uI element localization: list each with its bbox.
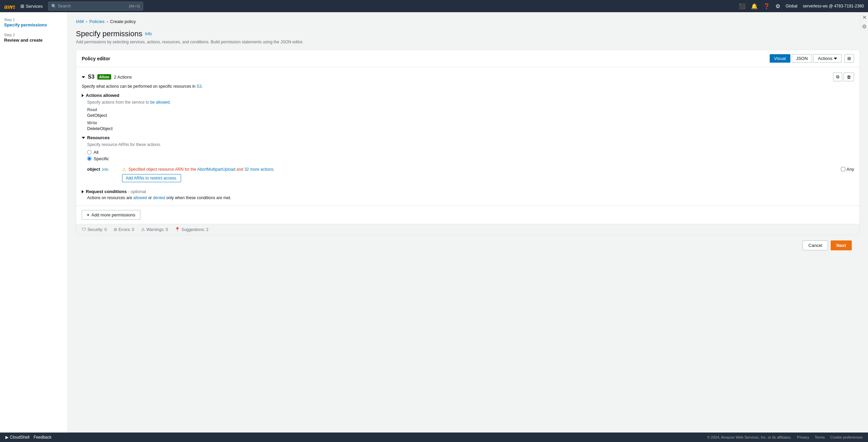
edge-icon-top[interactable]: ✕ [862, 14, 867, 21]
warnings-icon: ⚠ [141, 227, 145, 232]
editor-expand-button[interactable]: ⊞ [844, 54, 854, 63]
be-allowed-link[interactable]: be allowed [150, 100, 170, 105]
suggestions-status: 📍 Suggestions: 2 [175, 227, 208, 232]
bottom-right: © 2024, Amazon Web Services, Inc. or its… [707, 435, 863, 439]
json-button[interactable]: JSON [792, 54, 812, 63]
resources-section: Resources Specify resource ARNs for thes… [82, 135, 854, 185]
bottom-bar: ▶ CloudShell Feedback © 2024, Amazon Web… [0, 433, 868, 442]
denied-link[interactable]: denied [153, 195, 165, 200]
radio-all-input[interactable] [87, 150, 92, 154]
s3-header: S3 Allow 2 Actions ⧉ 🗑 [82, 72, 854, 81]
s3-actions-count: 2 Actions [114, 75, 132, 80]
terminal-icon[interactable]: ⬛ [739, 3, 746, 9]
s3-collapse-button[interactable] [82, 74, 85, 80]
actions-allowed-header[interactable]: Actions allowed [82, 93, 854, 98]
actions-chevron [834, 58, 837, 60]
write-label: Write [87, 121, 854, 125]
actions-allowed-title: Actions allowed [86, 93, 119, 98]
delete-object-item: DeleteObject [87, 126, 854, 131]
region-selector[interactable]: Global [786, 4, 797, 8]
step-2-label: Step 2 [4, 33, 63, 37]
radio-specific-input[interactable] [87, 156, 92, 161]
abort-multipart-link[interactable]: AbortMultipartUpload [197, 167, 235, 172]
svg-text:aws: aws [4, 3, 15, 9]
services-button[interactable]: ⊞ Services [18, 2, 45, 10]
feedback-button[interactable]: Feedback [34, 435, 52, 440]
s3-link[interactable]: S3 [197, 84, 202, 89]
main-content: IAM › Policies › Create policy Specify p… [68, 12, 868, 433]
allow-badge: Allow [97, 74, 111, 80]
step-1-label: Step 1 [4, 18, 63, 22]
policy-editor-header: Policy editor Visual JSON Actions ⊞ [76, 50, 860, 67]
terms-link[interactable]: Terms [815, 435, 825, 439]
s3-collapse-icon [82, 76, 85, 78]
privacy-link[interactable]: Privacy [797, 435, 809, 439]
breadcrumb-policies[interactable]: Policies [89, 19, 104, 24]
object-info-link[interactable]: Info [102, 167, 108, 171]
breadcrumb-sep-1: › [86, 19, 87, 24]
breadcrumb-sep-2: › [106, 19, 108, 24]
warning-icon: ⚠ [122, 167, 126, 172]
object-row: object Info ⚠ Specified object resource … [87, 164, 854, 185]
add-arns-button[interactable]: Add ARNs to restrict access. [122, 174, 181, 182]
action-row: Cancel Next [76, 235, 860, 256]
object-label: object [87, 167, 100, 172]
settings-icon[interactable]: ⚙ [775, 3, 780, 9]
bell-icon[interactable]: 🔔 [751, 3, 758, 9]
search-shortcut: [Alt+S] [129, 4, 140, 8]
edge-icon-bottom[interactable]: ⚙ [861, 23, 867, 30]
cloudshell-icon: ▶ [5, 435, 8, 440]
resource-radio-group: All Specific [87, 150, 854, 161]
visual-button[interactable]: Visual [770, 54, 790, 63]
warnings-status: ⚠ Warnings: 0 [141, 227, 168, 232]
next-button[interactable]: Next [831, 240, 852, 250]
resources-header[interactable]: Resources [82, 135, 854, 140]
cloudshell-button[interactable]: ▶ CloudShell [5, 435, 29, 440]
get-object-item: GetObject [87, 113, 854, 118]
status-bar: 🛡 Security: 0 ⊘ Errors: 0 ⚠ Warnings: 0 … [76, 224, 860, 235]
s3-service-name: S3 [88, 74, 95, 80]
s3-copy-button[interactable]: ⧉ [833, 72, 842, 81]
s3-block: S3 Allow 2 Actions ⧉ 🗑 Specify what acti… [76, 67, 860, 206]
page-subtitle: Add permissions by selecting services, a… [76, 40, 860, 44]
resources-desc: Specify resource ARNs for these actions. [87, 142, 854, 147]
cancel-button[interactable]: Cancel [803, 240, 828, 250]
any-checkbox-input[interactable] [841, 167, 845, 171]
bottom-left: ▶ CloudShell Feedback [5, 435, 52, 440]
account-menu[interactable]: serverless-ws @ 4783-7191-2360 [803, 4, 864, 8]
s3-delete-button[interactable]: 🗑 [844, 72, 854, 81]
policy-editor-title: Policy editor [82, 56, 110, 61]
cookie-link[interactable]: Cookie preferences [830, 435, 863, 439]
radio-specific[interactable]: Specific [87, 156, 854, 161]
write-group: Write DeleteObject [87, 121, 854, 131]
errors-icon: ⊘ [114, 227, 117, 232]
add-permissions-button[interactable]: + Add more permissions [82, 210, 140, 220]
suggestions-icon: 📍 [175, 227, 180, 232]
nav-right: ⬛ 🔔 ❓ ⚙ Global serverless-ws @ 4783-7191… [739, 3, 864, 9]
page-info-link[interactable]: Info [145, 31, 152, 36]
s3-header-right: ⧉ 🗑 [833, 72, 854, 81]
step-2: Step 2 Review and create [4, 33, 63, 43]
conditions-header[interactable]: Request conditions - optional [82, 189, 854, 194]
breadcrumb: IAM › Policies › Create policy [76, 19, 860, 24]
help-icon[interactable]: ❓ [763, 3, 770, 9]
warning-row: ⚠ Specified object resource ARN for the … [122, 167, 841, 172]
actions-button[interactable]: Actions [813, 54, 842, 63]
search-input[interactable] [58, 4, 127, 8]
s3-title-row: S3 Allow 2 Actions [82, 74, 132, 80]
top-navigation: aws ⊞ Services 🔍 [Alt+S] ⬛ 🔔 ❓ ⚙ Global … [0, 0, 868, 12]
aws-logo: aws [4, 3, 15, 9]
allowed-link[interactable]: allowed [133, 195, 147, 200]
editor-controls: Visual JSON Actions ⊞ [770, 54, 854, 63]
radio-all[interactable]: All [87, 150, 854, 155]
breadcrumb-iam[interactable]: IAM [76, 19, 84, 24]
more-actions-link[interactable]: 32 more actions. [244, 167, 275, 172]
any-checkbox[interactable]: Any [841, 167, 854, 172]
search-bar[interactable]: 🔍 [Alt+S] [48, 2, 143, 10]
actions-allowed-desc: Specify actions from the service to be a… [87, 100, 854, 105]
actions-allowed-section: Actions allowed Specify actions from the… [82, 93, 854, 131]
step-2-title: Review and create [4, 38, 63, 43]
right-edge-panel: ✕ ⚙ [860, 12, 868, 32]
conditions-title: Request conditions - optional [86, 189, 146, 194]
policy-editor-card: Policy editor Visual JSON Actions ⊞ [76, 50, 860, 235]
